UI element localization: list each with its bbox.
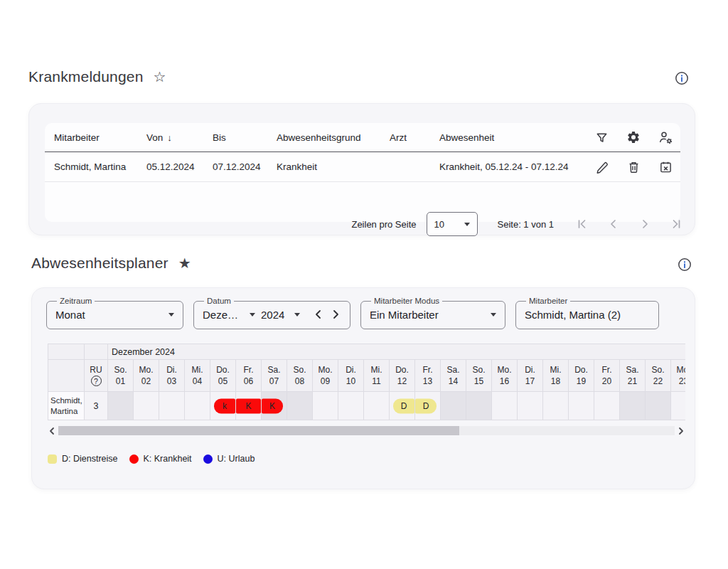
day-header-10: Di.10 — [338, 360, 364, 392]
col-header-von[interactable]: Von↓ — [146, 132, 213, 143]
day-cell-01[interactable] — [108, 392, 134, 420]
day-cell-14[interactable] — [441, 392, 466, 420]
absence-badge-krankheit-05[interactable]: k — [214, 398, 235, 413]
next-page-icon[interactable] — [638, 217, 652, 231]
day-header-15: So.15 — [466, 360, 492, 392]
ru-label: RU — [90, 365, 102, 375]
chevron-down-icon — [464, 223, 470, 226]
col-header-bis[interactable]: Bis — [213, 132, 277, 143]
gear-icon[interactable] — [626, 130, 641, 144]
info-icon[interactable] — [675, 71, 689, 85]
day-cell-12[interactable]: D — [390, 392, 415, 420]
absence-badge-dienstreise-13[interactable]: D — [415, 398, 437, 413]
day-cell-16[interactable] — [492, 392, 518, 420]
day-cell-07[interactable]: K — [262, 392, 287, 420]
day-header-19: Do.19 — [569, 360, 594, 392]
day-header-09: Mo.09 — [313, 360, 338, 392]
prev-page-icon[interactable] — [606, 217, 621, 231]
mitarbeiter-field[interactable]: Mitarbeiter Schmidt, Martina (2) — [515, 297, 659, 329]
day-cell-18[interactable] — [543, 392, 569, 420]
scroll-left-icon[interactable] — [48, 427, 56, 435]
edit-pencil-icon[interactable] — [594, 160, 609, 174]
datum-legend: Datum — [204, 297, 234, 305]
day-cell-15[interactable] — [466, 392, 492, 420]
info-icon[interactable] — [678, 257, 692, 272]
mitarbeiter-modus-legend: Mitarbeiter Modus — [371, 297, 442, 305]
day-header-03: Di.03 — [159, 360, 185, 392]
day-cell-09[interactable] — [313, 392, 338, 420]
rows-per-page-value: 10 — [434, 219, 444, 230]
scrollbar-thumb[interactable] — [58, 426, 459, 435]
day-cell-22[interactable] — [646, 392, 671, 420]
mitarbeiter-value: Schmidt, Martina (2) — [525, 309, 621, 321]
day-header-07: Sa.07 — [262, 360, 287, 392]
table-header-actions — [594, 130, 687, 144]
absence-badge-krankheit-07[interactable]: K — [262, 398, 283, 413]
col-header-arzt[interactable]: Arzt — [390, 132, 439, 143]
horizontal-scrollbar — [48, 425, 685, 436]
last-page-icon[interactable] — [669, 217, 683, 231]
day-header-22: So.22 — [646, 360, 671, 392]
month-select-value[interactable]: Dezem… — [203, 309, 247, 321]
calendar-day-header-row: RU ? So.01Mo.02Di.03Mi.04Do.05Fr.06Sa.07… — [48, 360, 685, 392]
absence-badge-krankheit-06[interactable]: K — [236, 398, 261, 413]
col-header-abwesenheit[interactable]: Abwesenheit — [439, 132, 594, 143]
col-header-abwesenheitsgrund[interactable]: Abwesenheitsgrund — [277, 132, 390, 143]
day-cell-08[interactable] — [287, 392, 313, 420]
day-cell-21[interactable] — [620, 392, 646, 420]
planner-filters: Zeitraum Monat Datum Dezem… 2024 — [46, 297, 659, 329]
legend-label: D: Dienstreise — [62, 454, 118, 464]
legend-swatch-icon — [48, 454, 57, 464]
table-row[interactable]: Schmidt, Martina 05.12.2024 07.12.2024 K… — [45, 152, 680, 182]
page-nav — [575, 217, 683, 231]
legend-item: K: Krankheit — [129, 454, 192, 464]
delete-trash-icon[interactable] — [626, 160, 641, 174]
absence-badge-dienstreise-12[interactable]: D — [393, 398, 414, 413]
legend-swatch-icon — [129, 454, 139, 464]
cancel-absence-calendar-x-icon[interactable] — [658, 160, 673, 174]
krankmeldungen-header: Krankmeldungen ☆ — [28, 68, 166, 85]
first-page-icon[interactable] — [575, 217, 589, 231]
day-cell-02[interactable] — [134, 392, 159, 420]
day-cell-10[interactable] — [338, 392, 364, 420]
favorite-star-outline-icon[interactable]: ☆ — [154, 68, 166, 85]
day-cell-03[interactable] — [159, 392, 185, 420]
day-header-17: Di.17 — [518, 360, 543, 392]
day-cell-11[interactable] — [364, 392, 390, 420]
chevron-down-icon — [168, 313, 174, 317]
help-question-icon[interactable]: ? — [91, 376, 102, 386]
day-header-01: So.01 — [108, 360, 134, 392]
day-cell-13[interactable]: D — [415, 392, 441, 420]
mitarbeiter-modus-select[interactable]: Mitarbeiter Modus Ein Mitarbeiter — [360, 297, 505, 329]
day-header-21: Sa.21 — [620, 360, 646, 392]
day-header-spacer — [48, 360, 85, 392]
day-cell-23[interactable] — [671, 392, 685, 420]
day-cell-17[interactable] — [518, 392, 543, 420]
year-select-value[interactable]: 2024 — [261, 309, 284, 321]
month-row-spacer — [48, 344, 85, 360]
filter-icon[interactable] — [594, 130, 609, 144]
day-cell-20[interactable] — [594, 392, 620, 420]
pagination-bar: Zeilen pro Seite 10 Seite: 1 von 1 — [60, 207, 696, 241]
zeitraum-select[interactable]: Zeitraum Monat — [46, 297, 183, 329]
absence-calendar: Dezember 2024 RU ? So.01Mo.02Di.03Mi.04D… — [48, 344, 685, 420]
chevron-down-icon[interactable] — [294, 313, 300, 317]
col-header-mitarbeiter[interactable]: Mitarbeiter — [54, 132, 146, 143]
day-cell-04[interactable] — [185, 392, 210, 420]
abwesenheitsplaner-header: Abwesenheitsplaner ★ — [31, 255, 191, 272]
legend-item: U: Urlaub — [203, 454, 255, 464]
scrollbar-track[interactable] — [58, 426, 675, 435]
chevron-down-icon[interactable] — [250, 313, 255, 317]
month-label: Dezember 2024 — [108, 344, 685, 360]
user-settings-icon[interactable] — [658, 130, 673, 144]
prev-month-icon[interactable] — [313, 309, 324, 320]
next-month-icon[interactable] — [330, 309, 341, 320]
day-cell-06[interactable]: K — [236, 392, 262, 420]
legend-label: U: Urlaub — [218, 454, 255, 464]
rows-per-page-select[interactable]: 10 — [427, 212, 478, 236]
day-header-11: Mi.11 — [364, 360, 390, 392]
day-cell-05[interactable]: k — [210, 392, 236, 420]
scroll-right-icon[interactable] — [677, 427, 685, 435]
day-cell-19[interactable] — [569, 392, 594, 420]
favorite-star-filled-icon[interactable]: ★ — [178, 255, 191, 272]
